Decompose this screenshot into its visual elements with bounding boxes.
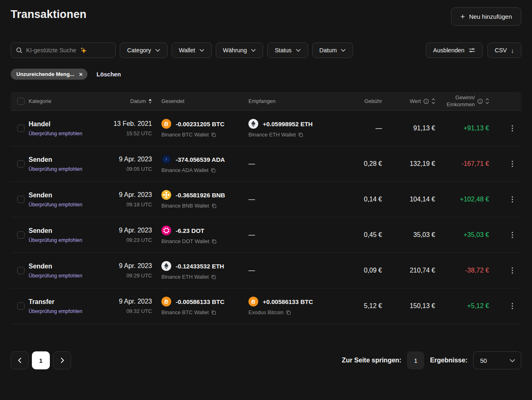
row-date: 9 Apr. 2023 (110, 298, 152, 305)
table-row: Handel Überprüfung empfohlen 13 Feb. 202… (11, 111, 521, 146)
filter-chip[interactable]: Unzureichende Meng... × (11, 69, 87, 80)
add-new-button[interactable]: + Neu hinzufügen (451, 7, 521, 26)
row-gain: +35,03 € (438, 231, 492, 239)
row-checkbox[interactable] (17, 231, 25, 239)
chevron-down-icon (251, 49, 256, 52)
pagination-bar: 1 Zur Seite springen: 1 Ergebnisse: 50 (11, 351, 521, 369)
row-time: 09:32 UTC (110, 308, 152, 314)
row-category: Senden (29, 263, 110, 270)
kebab-menu-icon (512, 303, 513, 309)
filter-dropdown-wallet[interactable]: Wallet (172, 42, 212, 58)
wallet-name: Binance DOT Wallet (161, 238, 209, 244)
results-per-page-label: Ergebnisse: (430, 357, 467, 364)
btc-icon: B (248, 297, 258, 306)
column-header-gain[interactable]: Gewinn/Einkommen (438, 94, 492, 108)
chip-close-icon[interactable]: × (79, 71, 83, 77)
jump-to-page-input[interactable]: 1 (407, 351, 424, 369)
filter-bar-right: Ausblenden CSV ↓ (426, 42, 521, 58)
asset-amount: -0.12433532 ETH (176, 263, 224, 270)
row-checkbox[interactable] (17, 302, 25, 310)
filter-dropdown-category[interactable]: Category (120, 42, 168, 58)
row-received-cell: B+0.00586133 BTCExodus Bitcoin (241, 297, 342, 315)
select-all-checkbox[interactable] (17, 98, 25, 105)
table-row: Senden Überprüfung empfohlen 9 Apr. 2023… (11, 253, 521, 288)
ada-icon (161, 154, 171, 164)
chevron-right-icon (60, 358, 64, 363)
row-date: 9 Apr. 2023 (110, 227, 152, 234)
row-review-note[interactable]: Überprüfung empfohlen (29, 237, 110, 243)
row-fee: 0,09 € (342, 267, 384, 274)
kebab-menu-icon (512, 267, 513, 274)
results-per-page-select[interactable]: 50 (473, 351, 521, 369)
search-icon (16, 47, 22, 54)
download-arrow-icon: ↓ (511, 47, 514, 54)
row-review-note[interactable]: Überprüfung empfohlen (29, 131, 110, 136)
row-checkbox[interactable] (17, 267, 25, 274)
search-placeholder: KI-gestützte Suche (26, 47, 76, 54)
filter-dropdown-whrung[interactable]: Währung (216, 42, 264, 58)
row-gain: -167,71 € (438, 160, 492, 168)
chevron-down-icon (155, 49, 160, 52)
copy-icon[interactable] (212, 239, 217, 244)
copy-icon[interactable] (212, 203, 217, 208)
jump-to-page-label: Zur Seite springen: (342, 357, 402, 364)
filter-dropdown-status[interactable]: Status (267, 42, 308, 58)
row-menu-button[interactable] (509, 123, 516, 133)
row-date: 9 Apr. 2023 (110, 191, 152, 199)
row-menu-button[interactable] (509, 301, 516, 311)
column-header-value[interactable]: Wert (384, 98, 438, 104)
copy-icon[interactable] (211, 275, 216, 279)
copy-icon[interactable] (211, 310, 216, 315)
row-review-note[interactable]: Überprüfung empfohlen (29, 166, 110, 172)
row-menu-button[interactable] (509, 159, 516, 169)
sort-icon (148, 98, 152, 104)
row-value: 210,74 € (384, 267, 438, 274)
column-header-category[interactable]: Kategorie (29, 98, 110, 104)
filter-dropdown-datum[interactable]: Datum (312, 42, 353, 58)
copy-icon[interactable] (286, 310, 291, 315)
row-date: 9 Apr. 2023 (110, 156, 152, 163)
copy-icon[interactable] (211, 132, 216, 137)
clear-filters-link[interactable]: Löschen (96, 71, 121, 78)
row-checkbox[interactable] (17, 196, 25, 203)
row-received-cell: — (241, 267, 342, 274)
row-sent-cell: -0.36581926 BNBBinance BNB Wallet (154, 190, 241, 209)
kebab-menu-icon (512, 232, 513, 238)
chevron-left-icon (18, 358, 22, 363)
hide-columns-label: Ausblenden (433, 47, 465, 54)
column-header-received[interactable]: Empfangen (241, 98, 342, 104)
row-category: Senden (29, 192, 110, 199)
row-checkbox[interactable] (17, 125, 25, 132)
asset-amount: -6.23 DOT (176, 227, 204, 234)
row-review-note[interactable]: Überprüfung empfohlen (29, 308, 110, 314)
page-number-button[interactable]: 1 (32, 351, 50, 369)
wallet-name: Binance BNB Wallet (161, 203, 209, 209)
row-review-note[interactable]: Überprüfung empfohlen (29, 273, 110, 279)
row-menu-button[interactable] (509, 266, 516, 275)
prev-page-button[interactable] (11, 351, 29, 369)
search-input[interactable]: KI-gestützte Suche (11, 42, 116, 58)
column-header-date[interactable]: Datum (110, 98, 154, 104)
hide-columns-button[interactable]: Ausblenden (426, 42, 483, 58)
row-menu-button[interactable] (509, 230, 516, 240)
eth-icon (248, 119, 258, 129)
row-category: Senden (29, 227, 110, 235)
copy-icon[interactable] (298, 132, 303, 137)
row-menu-button[interactable] (509, 194, 516, 204)
empty-value: — (248, 267, 255, 274)
row-review-note[interactable]: Überprüfung empfohlen (29, 202, 110, 208)
row-sent-cell: -0.12433532 ETHBinance ETH Wallet (154, 261, 241, 280)
row-value: 150,13 € (384, 302, 438, 310)
table-row: Senden Überprüfung empfohlen 9 Apr. 2023… (11, 182, 521, 217)
next-page-button[interactable] (53, 351, 71, 369)
row-checkbox[interactable] (17, 160, 25, 168)
chevron-down-icon (510, 359, 515, 362)
column-header-fee[interactable]: Gebühr (342, 98, 384, 104)
row-time: 09:18 UTC (110, 201, 152, 208)
column-header-sent[interactable]: Gesendet (154, 98, 241, 104)
kebab-menu-icon (512, 196, 513, 203)
btc-icon: B (161, 297, 171, 306)
copy-icon[interactable] (211, 168, 216, 173)
table-body: Handel Überprüfung empfohlen 13 Feb. 202… (11, 111, 521, 324)
csv-export-button[interactable]: CSV ↓ (487, 42, 521, 58)
